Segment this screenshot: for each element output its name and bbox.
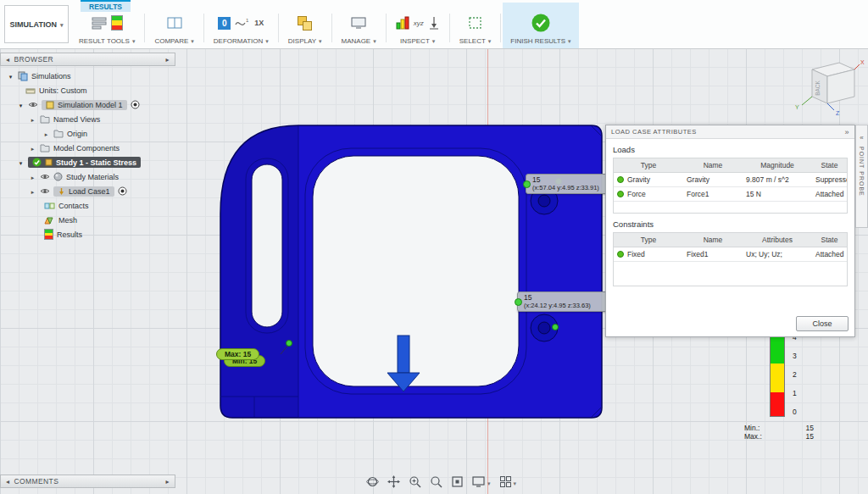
inspect-menu[interactable]: INSPECT: [400, 37, 435, 45]
xyz-probe-icon[interactable]: xyz: [414, 19, 424, 27]
tab-results[interactable]: RESULTS: [81, 0, 131, 12]
disclosure-triangle[interactable]: [29, 144, 36, 153]
display-icon[interactable]: [298, 16, 312, 31]
group-compare: COMPARE: [147, 11, 201, 48]
legend-tick: 3: [793, 352, 797, 360]
chevron-down-icon: [432, 37, 436, 45]
disclosure-triangle[interactable]: [17, 101, 25, 109]
deformation-zero-icon[interactable]: 0: [218, 17, 231, 30]
collapse-panel-icon[interactable]: [6, 477, 9, 486]
tree-item-named-views[interactable]: Named Views: [0, 112, 178, 126]
tree-item-contacts[interactable]: Contacts: [0, 198, 178, 213]
tree-item-units[interactable]: Units: Custom: [0, 83, 178, 97]
select-icon[interactable]: [468, 16, 482, 30]
workspace-switcher[interactable]: SIMULATION: [4, 5, 69, 43]
select-menu[interactable]: SELECT: [459, 37, 492, 45]
disclosure-triangle[interactable]: [42, 130, 50, 138]
fit-view-icon[interactable]: [451, 475, 464, 488]
min-value: 15: [806, 424, 814, 432]
orbit-icon[interactable]: [366, 475, 379, 488]
active-study-pill[interactable]: Study 1 - Static Stress: [28, 157, 141, 168]
selected-node-pill[interactable]: Load Case1: [53, 186, 114, 197]
close-button[interactable]: Close: [796, 316, 849, 331]
expand-left-icon[interactable]: [860, 128, 863, 143]
contacts-icon: [44, 202, 55, 210]
visibility-eye-icon[interactable]: [40, 187, 50, 195]
tree-item-mesh[interactable]: Mesh: [0, 213, 178, 227]
table-row[interactable]: Fixed Fixed1 Ux; Uy; Uz; Attached: [614, 247, 847, 262]
finish-results-menu[interactable]: FINISH RESULTS: [510, 37, 570, 45]
toolbar-separator: [278, 14, 279, 42]
display-settings-icon[interactable]: [472, 474, 491, 489]
tree-item-load-case[interactable]: Load Case1: [0, 184, 178, 198]
constraints-table-header: Type Name Attributes State: [614, 233, 847, 247]
model-body[interactable]: [220, 125, 602, 418]
probe-value: 15: [524, 294, 604, 302]
manage-icon[interactable]: [351, 16, 366, 30]
probe-coords: (x:24.12 y:4.95 z:33.63): [524, 302, 591, 309]
probe-label-1[interactable]: 15 (x:57.04 y:4.95 z:33.91): [526, 174, 617, 194]
tree-item-results[interactable]: Results: [0, 227, 178, 241]
collapse-right-icon[interactable]: [844, 128, 849, 136]
table-row[interactable]: Force Force1 15 N Attached: [614, 187, 847, 202]
max-value: 15: [806, 432, 814, 441]
chevron-down-icon: [265, 37, 269, 45]
finish-results-icon[interactable]: [531, 13, 551, 33]
legend-minmax: Min.:15 Max.:15: [744, 424, 814, 441]
legend-color-bar: [770, 336, 785, 417]
result-tools-menu[interactable]: RESULT TOOLS: [79, 37, 135, 45]
view-cube[interactable]: BACK X Y Z: [793, 56, 865, 119]
grid-layout-icon[interactable]: [499, 474, 517, 489]
tree-item-study[interactable]: Study 1 - Static Stress: [0, 155, 178, 169]
collapse-panel-icon[interactable]: [6, 55, 9, 64]
tree-item-origin[interactable]: Origin: [0, 126, 178, 141]
disclosure-triangle[interactable]: [17, 158, 25, 167]
measure-icon[interactable]: [428, 16, 440, 30]
zoom-window-icon[interactable]: [409, 475, 421, 488]
visibility-eye-icon[interactable]: [28, 101, 38, 108]
comments-bar[interactable]: COMMENTS: [0, 475, 175, 488]
browser-title: BROWSER: [14, 55, 53, 64]
browser-header[interactable]: BROWSER: [0, 53, 175, 66]
selected-node-pill[interactable]: Simulation Model 1: [42, 100, 127, 110]
manage-menu[interactable]: MANAGE: [342, 37, 376, 45]
active-radio-icon[interactable]: [118, 186, 127, 196]
deformation-menu[interactable]: DEFORMATION: [214, 37, 269, 45]
pan-icon[interactable]: [387, 475, 400, 488]
compare-menu[interactable]: COMPARE: [154, 37, 193, 45]
max-label: Max.:: [744, 432, 762, 441]
tree-item-study-materials[interactable]: Study Materials: [0, 169, 178, 184]
result-tools-icon[interactable]: [92, 16, 107, 30]
panel-options-icon[interactable]: [166, 477, 170, 486]
disclosure-triangle[interactable]: [7, 72, 14, 80]
legend-settings-icon[interactable]: [111, 15, 123, 31]
active-radio-icon[interactable]: [131, 100, 140, 109]
tree-item-simulation-model[interactable]: Simulation Model 1: [0, 97, 178, 112]
tree-item-simulations[interactable]: Simulations: [0, 69, 178, 83]
group-finish-results: FINISH RESULTS: [503, 3, 578, 48]
panel-options-icon[interactable]: [166, 55, 170, 64]
legend-tick: 2: [793, 370, 797, 379]
deformation-1x-icon[interactable]: 1X: [254, 19, 264, 27]
deformation-scale-icon[interactable]: 1: [235, 17, 250, 30]
display-menu[interactable]: DISPLAY: [288, 37, 322, 45]
app-window: 15 (x:57.04 y:4.95 z:33.91) 15 (x:24.12 …: [0, 0, 868, 494]
disclosure-triangle[interactable]: [29, 115, 36, 124]
visibility-eye-icon[interactable]: [40, 173, 50, 180]
result-legend: 4 3 2 1 0: [770, 336, 797, 417]
z-axis-line: [827, 103, 834, 110]
probe-value: 15: [532, 176, 612, 184]
inspect-results-icon[interactable]: [396, 16, 409, 30]
load-case-panel-header[interactable]: LOAD CASE ATTRIBUTES: [606, 125, 854, 139]
disclosure-triangle[interactable]: [29, 187, 36, 196]
folder-icon: [53, 130, 64, 138]
compare-icon[interactable]: [167, 16, 182, 30]
zoom-icon[interactable]: [430, 475, 442, 488]
max-result-label[interactable]: Max: 15: [216, 348, 259, 360]
probe-label-2[interactable]: 15 (x:24.12 y:4.95 z:33.63): [517, 291, 609, 312]
point-probe-tab[interactable]: POINT PROBE: [855, 125, 868, 228]
table-row[interactable]: Gravity Gravity 9.807 m / s^2 Suppressed: [614, 173, 847, 187]
probe-dot-icon: [523, 180, 531, 188]
disclosure-triangle[interactable]: [29, 173, 36, 181]
tree-item-model-components[interactable]: Model Components: [0, 141, 178, 155]
